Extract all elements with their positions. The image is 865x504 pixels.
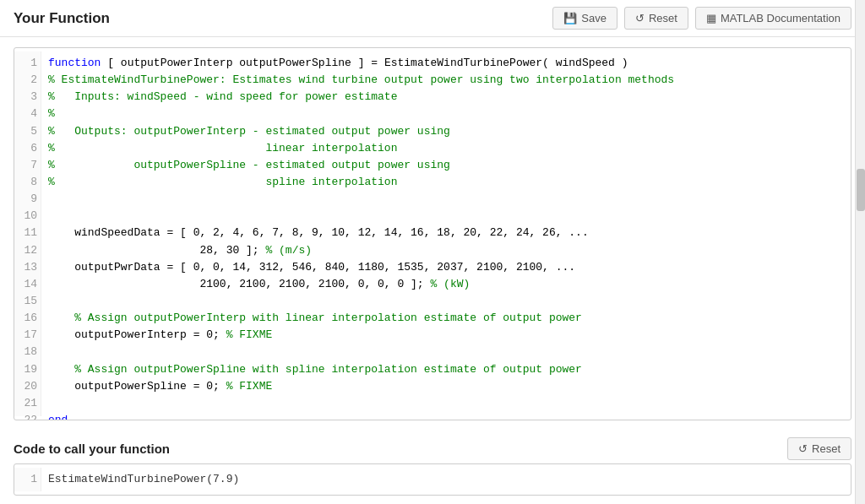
top-bar-actions: 💾 Save ↺ Reset ▦ MATLAB Documentation [552, 7, 851, 30]
matlab-doc-label: MATLAB Documentation [721, 12, 841, 24]
save-icon: 💾 [563, 12, 577, 24]
call-section-header: Code to call your function ↺ Reset [0, 427, 865, 463]
call-code-box: 1 EstimateWindTurbinePower(7.9) [14, 463, 851, 496]
code-content[interactable]: function [ outputPowerInterp outputPower… [41, 51, 851, 416]
save-button[interactable]: 💾 Save [552, 7, 617, 30]
call-editor: 1 EstimateWindTurbinePower(7.9) [14, 464, 851, 495]
reset-button[interactable]: ↺ Reset [624, 7, 688, 30]
scrollbar-thumb[interactable] [857, 169, 865, 211]
top-bar: Your Function 💾 Save ↺ Reset ▦ MATLAB Do… [0, 0, 865, 37]
call-section-title: Code to call your function [14, 442, 170, 456]
call-code-content[interactable]: EstimateWindTurbinePower(7.9) [41, 468, 851, 491]
call-code-line: EstimateWindTurbinePower(7.9) [48, 473, 239, 485]
code-editor: 12345 678910 1112131415 1617181920 21222… [14, 48, 851, 420]
call-line-numbers: 1 [14, 468, 41, 491]
matlab-doc-button[interactable]: ▦ MATLAB Documentation [695, 7, 851, 30]
call-section: 1 EstimateWindTurbinePower(7.9) [0, 463, 865, 502]
matlab-icon: ▦ [706, 12, 716, 24]
save-label: Save [581, 12, 607, 24]
page-container: Your Function 💾 Save ↺ Reset ▦ MATLAB Do… [0, 0, 865, 502]
line-numbers: 12345 678910 1112131415 1617181920 21222… [14, 51, 41, 416]
code-section: 12345 678910 1112131415 1617181920 21222… [0, 37, 865, 427]
code-box: 12345 678910 1112131415 1617181920 21222… [14, 47, 851, 420]
call-reset-icon: ↺ [798, 442, 808, 455]
call-reset-label: Reset [812, 442, 841, 455]
right-scrollbar[interactable] [855, 0, 865, 504]
reset-label: Reset [649, 12, 677, 24]
page-title: Your Function [14, 10, 110, 27]
reset-icon: ↺ [635, 12, 645, 24]
call-reset-button[interactable]: ↺ Reset [787, 437, 851, 460]
